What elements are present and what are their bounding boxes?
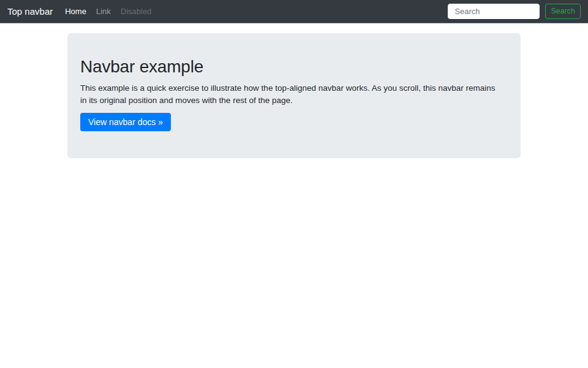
view-navbar-docs-button[interactable]: View navbar docs »	[80, 113, 171, 131]
search-button[interactable]: Search	[545, 4, 581, 19]
search-input[interactable]	[448, 4, 540, 19]
jumbotron-panel: Navbar example This example is a quick e…	[67, 33, 521, 158]
top-navbar: Top navbar Home Link Disabled Search	[0, 0, 588, 23]
nav-link-link[interactable]: Link	[91, 7, 116, 15]
main-content: Navbar example This example is a quick e…	[0, 33, 588, 158]
navbar-brand[interactable]: Top navbar	[7, 7, 53, 16]
nav-link-home[interactable]: Home	[60, 7, 91, 15]
page-description: This example is a quick exercise to illu…	[80, 82, 496, 107]
navbar-nav: Home Link Disabled	[60, 7, 156, 15]
search-form: Search	[448, 4, 581, 19]
page-title: Navbar example	[80, 56, 508, 77]
nav-link-disabled: Disabled	[116, 7, 157, 15]
